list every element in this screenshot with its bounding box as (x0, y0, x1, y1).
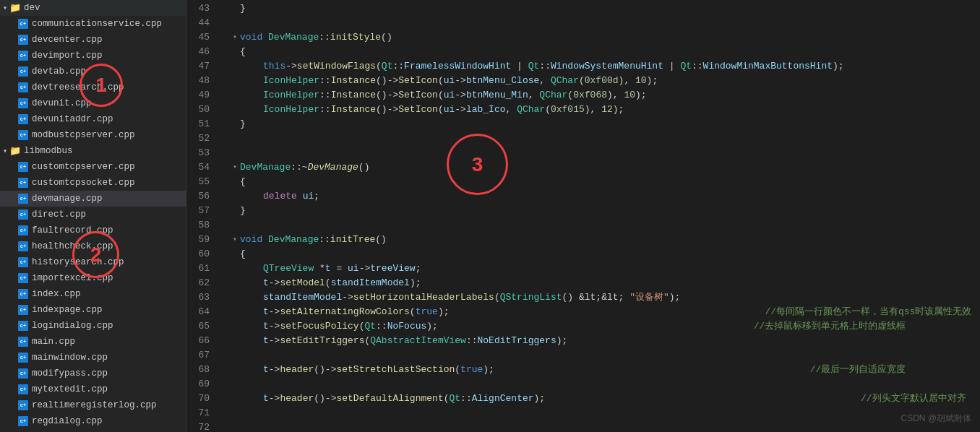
fold-arrow-icon[interactable] (230, 262, 240, 276)
line-number: 48 (186, 74, 215, 88)
sidebar-item-main-cpp[interactable]: c+ main.cpp (0, 334, 186, 350)
sidebar-item-devunit-cpp[interactable]: c+ devunit.cpp (0, 95, 186, 111)
sidebar-item-label: customtcpserver.cpp (32, 162, 135, 172)
sidebar-item-importexcel-cpp[interactable]: c+ importexcel.cpp (0, 270, 186, 286)
fold-arrow-icon[interactable] (230, 319, 240, 334)
sidebar-item-mytextedit-cpp[interactable]: c+ mytextedit.cpp (0, 381, 186, 397)
fold-arrow-icon[interactable] (230, 348, 240, 363)
sidebar-item-indexpage-cpp[interactable]: c+ indexpage.cpp (0, 302, 186, 318)
fold-arrow-icon[interactable]: ▾ (230, 160, 240, 175)
sidebar-item-realtimeregisterlog-cpp[interactable]: c+ realtimeregisterlog.cpp (0, 397, 186, 413)
fold-arrow-icon[interactable] (230, 334, 240, 348)
fold-arrow-icon[interactable] (230, 45, 240, 59)
code-line: IconHelper::Instance()->SetIcon(ui->lab_… (230, 103, 980, 117)
sidebar-item-label: modbustcpserver.cpp (32, 130, 135, 140)
fold-arrow-icon[interactable] (230, 117, 240, 131)
sidebar-item-direct-cpp[interactable]: c+ direct.cpp (0, 207, 186, 223)
sidebar-item-index-cpp[interactable]: c+ index.cpp (0, 286, 186, 302)
fold-arrow-icon[interactable] (230, 218, 240, 233)
sidebar-item-devtab-cpp[interactable]: c+ devtab.cpp (0, 64, 186, 79)
sidebar-item-customtcpserver-cpp[interactable]: c+ customtcpserver.cpp (0, 159, 186, 175)
cpp-file-icon: c+ (17, 129, 29, 141)
sidebar-item-modifypass-cpp[interactable]: c+ modifypass.cpp (0, 366, 186, 381)
fold-arrow-icon[interactable]: ▾ (230, 233, 240, 247)
cpp-file-icon: c+ (17, 288, 29, 300)
sidebar-item-libmodbus[interactable]: ▾ 📁 libmodbus (0, 143, 186, 159)
line-number: 57 (186, 204, 215, 218)
sidebar-item-label: faultrecord.cpp (32, 225, 113, 236)
fold-arrow-icon[interactable] (230, 146, 240, 160)
sidebar-item-mainwindow-cpp[interactable]: c+ mainwindow.cpp (0, 350, 186, 366)
cpp-file-icon: c+ (17, 241, 29, 252)
sidebar-item-faultrecord-cpp[interactable]: c+ faultrecord.cpp (0, 223, 186, 238)
code-text: delete ui; (240, 189, 319, 204)
fold-arrow-icon[interactable] (230, 59, 240, 74)
folder-icon: 📁 (9, 145, 21, 157)
code-container[interactable]: 4344454647484950515253545556575859606162… (186, 0, 980, 432)
fold-arrow-icon[interactable] (230, 276, 240, 290)
fold-arrow-icon[interactable] (230, 189, 240, 204)
line-number: 52 (186, 131, 215, 146)
sidebar-item-label: index.cpp (32, 289, 81, 299)
fold-arrow-icon[interactable] (230, 204, 240, 218)
code-text: IconHelper::Instance()->SetIcon(ui->lab_… (240, 103, 624, 117)
line-number: 71 (186, 406, 215, 420)
line-number: 60 (186, 247, 215, 262)
sidebar-item-label: devimport.cpp (32, 51, 103, 61)
code-line: { (230, 247, 980, 262)
code-content[interactable]: } ▾void DevManage::initStyle() { this->s… (221, 0, 980, 432)
code-text: } (240, 1, 246, 16)
sidebar-item-historysearch-cpp[interactable]: c+ historysearch.cpp (0, 254, 186, 270)
fold-arrow-icon[interactable] (230, 74, 240, 88)
cpp-file-icon: c+ (17, 18, 29, 30)
fold-arrow-icon[interactable] (230, 406, 240, 420)
sidebar-item-devunitaddr-cpp[interactable]: c+ devunitaddr.cpp (0, 111, 186, 127)
fold-arrow-icon[interactable] (230, 1, 240, 16)
sidebar-item-communicationservice-cpp[interactable]: c+ communicationservice.cpp (0, 16, 186, 32)
fold-arrow-icon[interactable] (230, 16, 240, 30)
sidebar-item-devmanage-cpp[interactable]: c+ devmanage.cpp (0, 191, 186, 207)
line-number: 53 (186, 146, 215, 160)
fold-arrow-icon[interactable] (230, 305, 240, 319)
code-text: t->setFocusPolicy(Qt::NoFocus); //去掉鼠标移到… (240, 319, 906, 334)
cpp-file-icon: c+ (17, 177, 29, 189)
cpp-file-icon: c+ (17, 82, 29, 93)
fold-arrow-icon[interactable] (230, 103, 240, 117)
code-text: { (240, 247, 246, 262)
code-line: t->header()->setDefaultAlignment(Qt::Ali… (230, 392, 980, 406)
sidebar-item-healthcheck-cpp[interactable]: c+ healthcheck.cpp (0, 238, 186, 254)
line-number: 72 (186, 420, 215, 432)
sidebar-items: ▾ 📁 dev c+ communicationservice.cpp c+ d… (0, 0, 186, 432)
sidebar-item-customtcpsocket-cpp[interactable]: c+ customtcpsocket.cpp (0, 175, 186, 191)
code-line: t->setModel(standItemModel); (230, 276, 980, 290)
fold-arrow-icon[interactable] (230, 363, 240, 377)
sidebar-item-regdialog-cpp[interactable]: c+ regdialog.cpp (0, 413, 186, 429)
sidebar-item-dev[interactable]: ▾ 📁 dev (0, 0, 186, 16)
fold-arrow-icon[interactable]: ▾ (230, 30, 240, 45)
line-number: 67 (186, 348, 215, 363)
sidebar-item-label: devunit.cpp (32, 98, 92, 108)
sidebar-item-devimport-cpp[interactable]: c+ devimport.cpp (0, 48, 186, 64)
code-line: IconHelper::Instance()->SetIcon(ui->btnM… (230, 88, 980, 103)
fold-arrow-icon[interactable] (230, 290, 240, 305)
fold-arrow-icon[interactable] (230, 88, 240, 103)
code-text: t->setModel(standItemModel); (240, 276, 421, 290)
fold-arrow-icon[interactable] (230, 247, 240, 262)
line-number: 51 (186, 117, 215, 131)
sidebar-item-modbustcpserver-cpp[interactable]: c+ modbustcpserver.cpp (0, 127, 186, 143)
code-line: { (230, 45, 980, 59)
sidebar-item-registerlog-cpp[interactable]: c+ registerlog.cpp (0, 429, 186, 432)
code-text: this->setWindowFlags(Qt::FramelessWindow… (240, 59, 844, 74)
sidebar-item-devtreesearch-cpp[interactable]: c+ devtreesearch.cpp (0, 79, 186, 95)
fold-arrow-icon[interactable] (230, 131, 240, 146)
line-number: 69 (186, 377, 215, 392)
fold-arrow-icon[interactable] (230, 420, 240, 432)
sidebar-item-devcenter-cpp[interactable]: c+ devcenter.cpp (0, 32, 186, 48)
fold-arrow-icon[interactable] (230, 175, 240, 189)
fold-arrow-icon[interactable] (230, 377, 240, 392)
sidebar-item-label: communicationservice.cpp (32, 19, 162, 29)
line-number: 44 (186, 16, 215, 30)
cpp-file-icon: c+ (17, 336, 29, 347)
sidebar-item-logindialog-cpp[interactable]: c+ logindialog.cpp (0, 318, 186, 334)
fold-arrow-icon[interactable] (230, 392, 240, 406)
